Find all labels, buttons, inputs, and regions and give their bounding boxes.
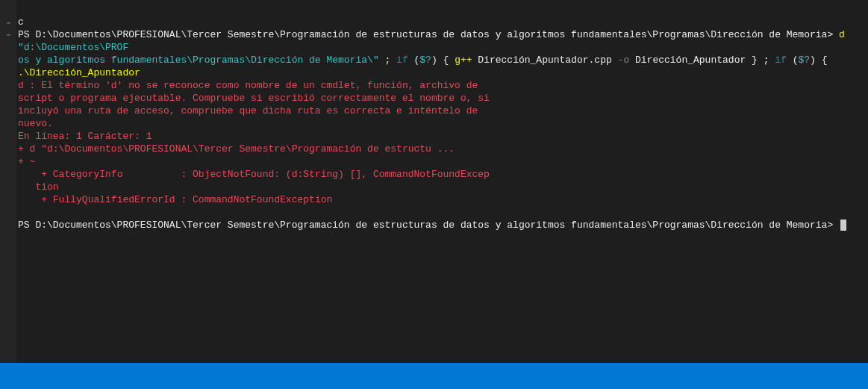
editor-gutter: ⋯ ⋯: [0, 0, 16, 389]
prompt-path: D:\Documentos\PROFESIONAL\Tercer Semestr…: [35, 29, 839, 40]
prompt-prefix: PS: [18, 220, 35, 231]
cmd-gpp: g++: [455, 55, 472, 66]
cmd-path: "d:\Documentos\PROF: [18, 42, 128, 53]
error-line: + FullyQualifiedErrorId : CommandNotFoun…: [18, 194, 332, 205]
gutter-ellipsis: ⋯: [0, 18, 16, 30]
cmd-if: if: [396, 55, 413, 66]
error-line: d : El término 'd' no se reconoce como n…: [18, 80, 478, 91]
terminal-panel[interactable]: c PS D:\Documentos\PROFESIONAL\Tercer Se…: [18, 3, 867, 363]
prompt-path: D:\Documentos\PROFESIONAL\Tercer Semestr…: [35, 220, 839, 231]
cmd-path-cont: os y algoritmos fundamentales\Programas\…: [18, 55, 379, 66]
error-line: tion: [18, 181, 59, 193]
error-line: nuevo.: [18, 118, 53, 129]
windows-taskbar[interactable]: [0, 363, 868, 389]
error-line: incluyó una ruta de acceso, compruebe qu…: [18, 105, 478, 116]
terminal-cursor[interactable]: [840, 220, 846, 231]
cmd-if: if: [775, 55, 792, 66]
prompt-prefix: PS: [18, 29, 35, 40]
cmd-run: .\Dirección_Apuntador: [18, 67, 140, 78]
error-line: En línea: 1 Carácter: 1: [18, 131, 152, 142]
error-line: + ~: [18, 156, 35, 167]
cmd-d: d: [839, 29, 851, 40]
cmd-out: Dirección_Apuntador }: [629, 55, 763, 66]
cmd-paren: ) {: [431, 55, 455, 66]
cmd-sep: ;: [764, 55, 775, 66]
cmd-sep: ;: [379, 55, 396, 66]
error-line: + CategoryInfo : ObjectNotFound: (d:Stri…: [18, 169, 490, 180]
error-line: + d "d:\Documentos\PROFESIONAL\Tercer Se…: [18, 143, 455, 155]
cmd-var: $?: [798, 55, 810, 66]
cmd-args: Dirección_Apuntador.cpp: [472, 55, 618, 66]
error-line: script o programa ejecutable. Compruebe …: [18, 93, 490, 104]
cmd-paren: ) {: [810, 55, 833, 66]
terminal-text: c: [18, 16, 24, 28]
cmd-flag: -o: [618, 55, 630, 66]
cmd-var: $?: [419, 55, 431, 66]
gutter-ellipsis: ⋯: [0, 30, 16, 42]
